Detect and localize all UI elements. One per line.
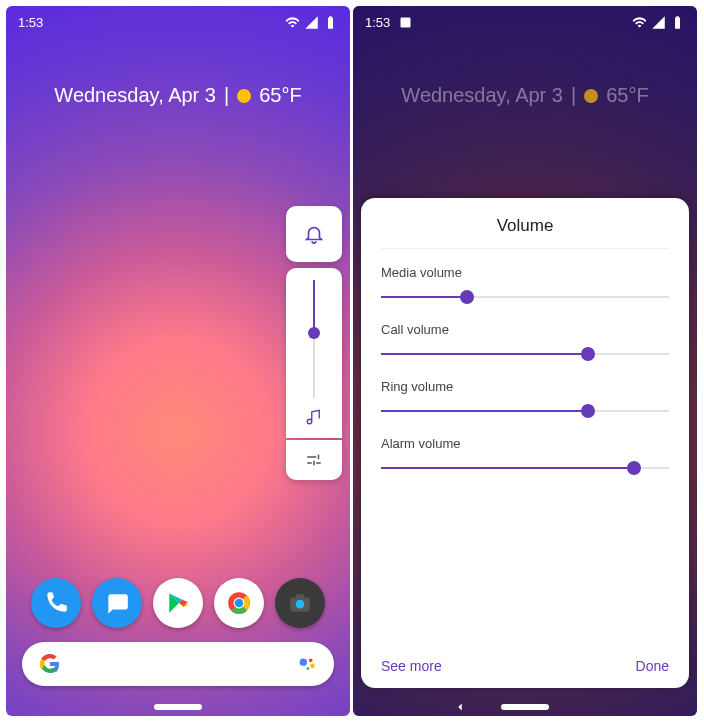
clock: 1:53 — [18, 15, 43, 30]
status-bar: 1:53 — [6, 12, 350, 32]
ringer-button[interactable] — [286, 206, 342, 262]
volume-row-slider[interactable] — [381, 353, 669, 355]
nav-bar — [6, 704, 350, 710]
assistant-icon — [296, 653, 318, 675]
google-g-icon — [38, 652, 62, 676]
app-dock — [6, 578, 350, 628]
app-chrome[interactable] — [214, 578, 264, 628]
svg-rect-12 — [401, 17, 411, 27]
play-store-icon — [165, 590, 191, 616]
battery-icon — [323, 15, 338, 30]
volume-row: Ring volume — [381, 379, 669, 412]
temp-text: 65°F — [606, 84, 648, 107]
svg-point-9 — [309, 659, 313, 663]
app-play-store[interactable] — [153, 578, 203, 628]
nav-home-pill[interactable] — [501, 704, 549, 710]
nav-home-pill[interactable] — [154, 704, 202, 710]
date-weather[interactable]: Wednesday, Apr 3 | 65°F — [6, 84, 350, 107]
volume-panel: Volume Media volumeCall volumeRing volum… — [361, 198, 689, 688]
nav-back-button[interactable] — [453, 700, 467, 714]
done-button[interactable]: Done — [636, 658, 669, 674]
sliders-icon — [305, 451, 323, 469]
volume-slider[interactable] — [286, 268, 342, 438]
volume-row: Call volume — [381, 322, 669, 355]
volume-row-label: Alarm volume — [381, 436, 669, 451]
volume-row: Media volume — [381, 265, 669, 298]
status-bar: 1:53 — [353, 12, 697, 32]
svg-point-8 — [300, 659, 307, 666]
wifi-icon — [285, 15, 300, 30]
date-sep: | — [571, 84, 576, 107]
volume-panel-title: Volume — [381, 216, 669, 249]
music-note-icon — [305, 408, 323, 426]
volume-row: Alarm volume — [381, 436, 669, 469]
date-sep: | — [224, 84, 229, 107]
date-text: Wednesday, Apr 3 — [401, 84, 563, 107]
clock: 1:53 — [365, 15, 390, 30]
svg-point-4 — [235, 599, 244, 608]
wifi-icon — [632, 15, 647, 30]
svg-point-10 — [310, 664, 315, 669]
phone-home: 1:53 Wednesday, Apr 3 | 65°F — [6, 6, 350, 716]
volume-row-slider[interactable] — [381, 410, 669, 412]
see-more-button[interactable]: See more — [381, 658, 442, 674]
chrome-icon — [226, 590, 252, 616]
app-phone[interactable] — [31, 578, 81, 628]
volume-row-slider[interactable] — [381, 296, 669, 298]
volume-mini-popup — [286, 206, 342, 480]
volume-row-label: Media volume — [381, 265, 669, 280]
signal-icon — [304, 15, 319, 30]
search-bar[interactable] — [22, 642, 334, 686]
volume-track — [313, 280, 315, 398]
battery-icon — [670, 15, 685, 30]
camera-icon — [287, 590, 313, 616]
volume-row-slider[interactable] — [381, 467, 669, 469]
weather-sun-icon — [237, 89, 251, 103]
status-icons — [632, 15, 685, 30]
date-weather: Wednesday, Apr 3 | 65°F — [353, 84, 697, 107]
app-camera[interactable] — [275, 578, 325, 628]
nav-bar — [353, 704, 697, 710]
svg-rect-7 — [296, 594, 305, 598]
phone-volume-panel: 1:53 Wednesday, Apr 3 | 65°F Volume Medi… — [353, 6, 697, 716]
svg-point-11 — [307, 667, 310, 670]
signal-icon — [651, 15, 666, 30]
phone-icon — [43, 590, 69, 616]
weather-sun-icon — [584, 89, 598, 103]
messages-icon — [104, 590, 130, 616]
volume-row-label: Ring volume — [381, 379, 669, 394]
date-text: Wednesday, Apr 3 — [54, 84, 216, 107]
svg-point-6 — [296, 600, 305, 609]
temp-text: 65°F — [259, 84, 301, 107]
volume-settings-button[interactable] — [286, 440, 342, 480]
status-icons — [285, 15, 338, 30]
volume-row-label: Call volume — [381, 322, 669, 337]
bell-icon — [303, 223, 325, 245]
app-messages[interactable] — [92, 578, 142, 628]
screenshot-notif-icon — [398, 15, 413, 30]
